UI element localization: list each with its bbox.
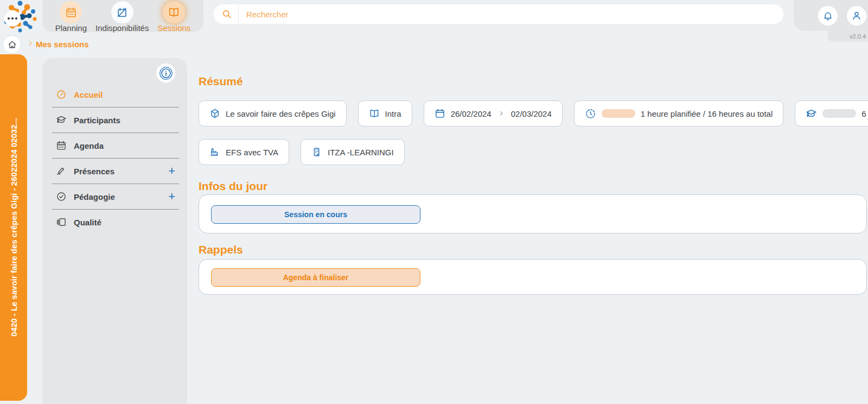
chevron-right-icon	[27, 40, 34, 47]
gauge-icon	[56, 89, 67, 100]
graduation-cap-icon	[806, 108, 817, 119]
search-icon	[214, 9, 238, 20]
billing-label: EFS avec TVA	[226, 148, 278, 157]
search-bar	[214, 4, 783, 24]
app-version: v2.0.4	[850, 33, 866, 40]
nav-sessions[interactable]: Sessions	[157, 1, 190, 33]
user-button[interactable]	[847, 6, 866, 26]
sidebar-item-accueil[interactable]: Accueil	[42, 82, 187, 107]
course-name: Le savoir faire des crêpes Gigi	[226, 109, 336, 118]
session-ribbon-title: 0420 - Le savoir faire des crêpes Gigi -…	[9, 118, 18, 337]
session-ribbon-title-wrap: 0420 - Le savoir faire des crêpes Gigi -…	[0, 54, 27, 400]
calendar-icon	[60, 1, 82, 23]
chip-learners: 6 apprenants / 6 places	[795, 100, 868, 127]
clock-icon	[585, 108, 596, 119]
calendar-slash-icon	[111, 1, 133, 23]
session-menu-button[interactable]	[4, 10, 21, 27]
sidebar-item-label: Pédagogie	[74, 192, 115, 201]
cube-icon	[209, 108, 220, 119]
calendar-icon	[56, 140, 67, 151]
sidebar-item-participants[interactable]: Participants	[42, 108, 187, 132]
hours-progress-bar	[602, 109, 635, 118]
sidebar-item-label: Accueil	[74, 90, 103, 99]
summary-chips-row-2: EFS avec TVA ITZA -LEARNINGI	[199, 139, 405, 165]
summary-chips-row-1: Le savoir faire des crêpes Gigi Intra 26…	[199, 100, 868, 127]
session-type: Intra	[385, 109, 401, 118]
rappels-card: Agenda à finaliser	[199, 259, 867, 295]
open-book-icon	[163, 1, 185, 23]
pages-icon	[56, 217, 67, 228]
nav-indisponibilites-label: Indisponibilités	[95, 23, 149, 33]
breadcrumb[interactable]: Mes sessions	[36, 40, 89, 49]
info-button[interactable]	[156, 64, 175, 83]
bell-icon	[822, 10, 833, 21]
building-icon	[311, 147, 322, 157]
open-book-icon	[369, 108, 380, 119]
learners-label: 6 apprenants / 6 places	[861, 109, 868, 118]
expand-plus-button[interactable]: +	[168, 166, 175, 176]
graduation-cap-icon	[56, 115, 67, 125]
chip-course: Le savoir faire des crêpes Gigi	[199, 100, 347, 127]
date-end: 02/03/2024	[511, 109, 552, 118]
sidebar-item-label: Qualité	[74, 218, 101, 227]
client-label: ITZA -LEARNINGI	[328, 148, 394, 157]
nav-planning-label: Planning	[55, 23, 87, 33]
chip-hours: 1 heure planifiée / 16 heures au total	[574, 100, 784, 127]
home-button[interactable]	[3, 35, 21, 54]
calendar-icon	[435, 108, 445, 119]
session-en-cours-button[interactable]: Session en cours	[211, 205, 420, 224]
learners-progress-bar	[822, 109, 856, 118]
home-icon	[7, 40, 17, 50]
chip-session-type: Intra	[358, 100, 412, 127]
chip-billing: EFS avec TVA	[199, 139, 289, 165]
nav-indisponibilites[interactable]: Indisponibilités	[95, 1, 149, 33]
sidebar-item-presences[interactable]: Présences +	[42, 159, 187, 184]
resume-title: Résumé	[199, 75, 243, 88]
sidebar-item-label: Présences	[74, 167, 114, 176]
hours-label: 1 heure planifiée / 16 heures au total	[641, 109, 773, 118]
top-navigation: Planning Indisponibilités Sessions	[42, 0, 203, 32]
factory-icon	[209, 147, 220, 157]
sidebar-item-agenda[interactable]: Agenda	[42, 133, 187, 158]
rappels-title: Rappels	[199, 243, 243, 256]
header-actions	[794, 0, 868, 31]
nav-planning[interactable]: Planning	[55, 1, 87, 33]
expand-plus-button[interactable]: +	[168, 191, 175, 202]
chevron-right-icon	[498, 110, 505, 117]
nav-sessions-label: Sessions	[157, 23, 190, 33]
search-input[interactable]	[239, 10, 783, 19]
date-start: 26/02/2024	[451, 109, 492, 118]
sidebar-menu: Accueil Participants Agend	[42, 82, 187, 235]
infos-du-jour-title: Infos du jour	[199, 180, 267, 193]
notifications-button[interactable]	[818, 6, 838, 26]
user-icon	[851, 10, 862, 21]
infos-du-jour-card: Session en cours	[199, 194, 867, 233]
sidebar-item-label: Participants	[74, 116, 120, 125]
check-circle-icon	[56, 191, 67, 202]
sidebar-item-label: Agenda	[74, 141, 104, 150]
sidebar-item-qualite[interactable]: Qualité	[42, 210, 187, 235]
chip-client: ITZA -LEARNINGI	[301, 139, 405, 165]
info-icon	[159, 66, 173, 80]
agenda-a-finaliser-button[interactable]: Agenda à finaliser	[211, 268, 420, 287]
chip-dates: 26/02/2024 02/03/2024	[424, 100, 563, 127]
signature-pen-icon	[56, 166, 67, 176]
session-sidebar: Accueil Participants Agend	[42, 58, 187, 404]
sidebar-item-pedagogie[interactable]: Pédagogie +	[42, 184, 187, 209]
